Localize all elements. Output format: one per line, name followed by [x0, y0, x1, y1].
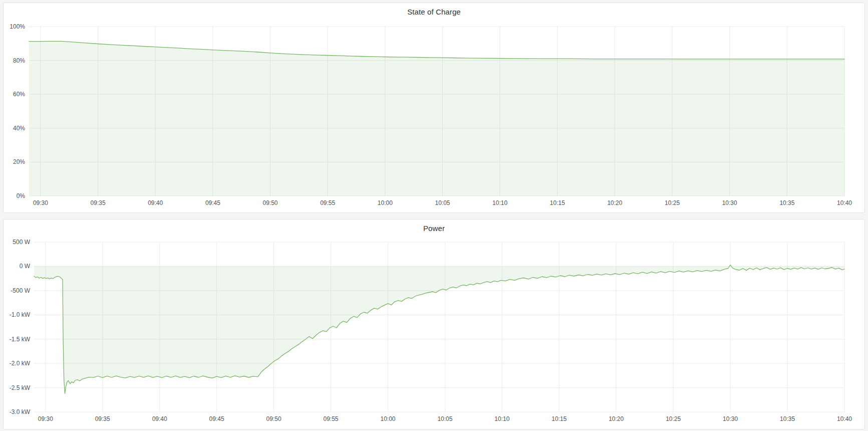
state-of-charge-chart[interactable]: 100%80%60%40%20%0%09:3009:3509:4009:4509… — [4, 3, 865, 212]
x-axis-tick-label: 09:55 — [323, 415, 338, 422]
y-axis-tick-label: 100% — [10, 23, 25, 30]
x-axis-tick-label: 10:00 — [378, 199, 393, 206]
x-axis-tick-label: 10:15 — [550, 199, 565, 206]
x-axis-tick-label: 10:35 — [779, 199, 794, 206]
x-axis-tick-label: 10:25 — [666, 415, 681, 422]
x-axis-tick-label: 10:40 — [837, 199, 852, 206]
series-area — [34, 265, 844, 394]
x-axis-tick-label: 09:50 — [262, 199, 277, 206]
x-axis-tick-label: 10:20 — [607, 199, 622, 206]
x-axis-tick-label: 09:55 — [320, 199, 335, 206]
y-axis-tick-label: 0 W — [20, 263, 31, 270]
x-axis-tick-label: 10:20 — [609, 415, 624, 422]
x-axis-tick-label: 10:25 — [665, 199, 680, 206]
x-axis-tick-label: 09:45 — [209, 415, 224, 422]
y-axis-tick-label: -500 W — [11, 287, 30, 294]
x-axis-tick-label: 10:05 — [435, 199, 450, 206]
x-axis-tick-label: 10:40 — [837, 415, 852, 422]
x-axis-tick-label: 09:35 — [95, 415, 110, 422]
y-axis-tick-label: 0% — [17, 192, 26, 199]
y-axis-tick-label: -1.0 kW — [10, 311, 31, 318]
x-axis-tick-label: 10:00 — [380, 415, 395, 422]
panel-power: Power 500 W0 W-500 W-1.0 kW-1.5 kW-2.0 k… — [3, 219, 865, 429]
x-axis-tick-label: 09:30 — [38, 415, 53, 422]
x-axis-tick-label: 10:35 — [780, 415, 795, 422]
x-axis-tick-label: 09:50 — [266, 415, 281, 422]
x-axis-tick-label: 10:10 — [492, 199, 507, 206]
panel-state-of-charge: State of Charge 100%80%60%40%20%0%09:300… — [3, 3, 865, 213]
x-axis-tick-label: 10:05 — [437, 415, 452, 422]
x-axis-tick-label: 10:10 — [494, 415, 509, 422]
dashboard-root: { "page": { "background": "#f4f5f6", "pa… — [0, 0, 868, 431]
x-axis-tick-label: 09:30 — [33, 199, 48, 206]
x-axis-tick-label: 10:15 — [551, 415, 566, 422]
series-area — [29, 41, 844, 196]
y-axis-tick-label: -2.0 kW — [10, 360, 31, 367]
y-axis-tick-label: 20% — [13, 158, 25, 165]
y-axis-tick-label: -3.0 kW — [10, 408, 31, 415]
y-axis-tick-label: 60% — [13, 91, 25, 98]
x-axis-tick-label: 09:40 — [148, 199, 163, 206]
x-axis-tick-label: 09:40 — [152, 415, 167, 422]
y-axis-tick-label: 80% — [13, 57, 25, 64]
x-axis-tick-label: 10:30 — [722, 199, 737, 206]
x-axis-tick-label: 09:45 — [205, 199, 220, 206]
y-axis-tick-label: -1.5 kW — [10, 336, 31, 343]
power-chart[interactable]: 500 W0 W-500 W-1.0 kW-1.5 kW-2.0 kW-2.5 … — [4, 220, 865, 429]
y-axis-tick-label: -2.5 kW — [10, 384, 31, 391]
y-axis-tick-label: 500 W — [13, 239, 30, 246]
x-axis-tick-label: 09:35 — [91, 199, 106, 206]
y-axis-tick-label: 40% — [13, 125, 25, 132]
x-axis-tick-label: 10:30 — [723, 415, 738, 422]
